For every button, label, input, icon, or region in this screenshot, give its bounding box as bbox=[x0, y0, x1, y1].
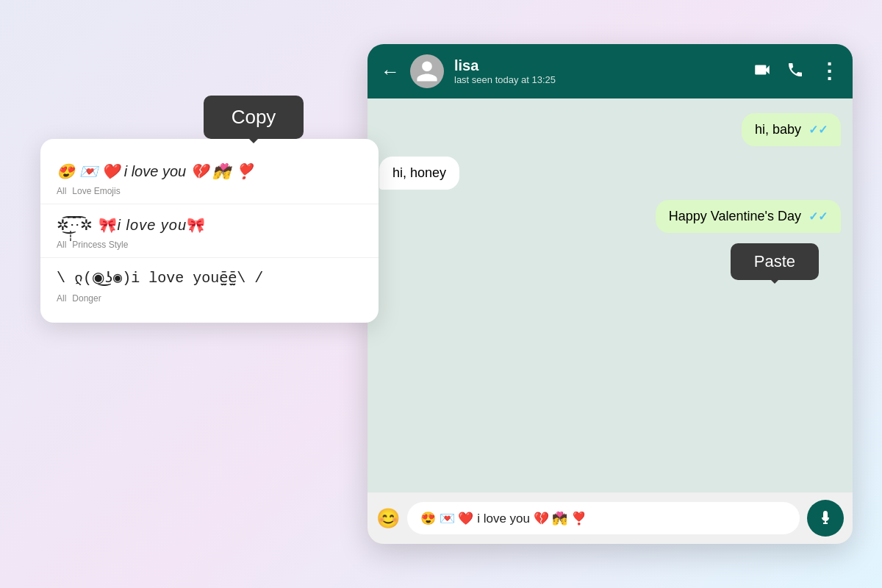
copy-item-text-love: 😍 💌 ❤️ i love you 💔 💏 ❣️ bbox=[57, 161, 362, 182]
phone-call-icon[interactable] bbox=[786, 61, 804, 82]
copy-item-tags-princess: All Princess Style bbox=[57, 240, 362, 250]
message-text-3: Happy Valentine's Day bbox=[669, 209, 801, 224]
wa-header: ← lisa last seen today at 13:25 bbox=[368, 44, 853, 98]
emoji-picker-button[interactable]: 😊 bbox=[376, 507, 400, 530]
paste-tooltip-wrap: Paste bbox=[731, 243, 819, 280]
more-options-icon[interactable]: ⋮ bbox=[819, 61, 839, 82]
wa-back-button[interactable]: ← bbox=[381, 62, 400, 81]
mic-button[interactable] bbox=[807, 500, 844, 537]
copy-card: 😍 💌 ❤️ i love you 💔 💏 ❣️ All Love Emojis… bbox=[40, 139, 379, 323]
tag-all-2: All bbox=[57, 240, 66, 250]
tick-3: ✓✓ bbox=[808, 209, 828, 223]
wa-contact-name: lisa bbox=[454, 57, 742, 74]
tick-1: ✓✓ bbox=[808, 123, 828, 137]
copy-item-love-emojis[interactable]: 😍 💌 ❤️ i love you 💔 💏 ❣️ All Love Emojis bbox=[40, 151, 379, 204]
avatar-icon bbox=[415, 59, 440, 84]
tag-name-1: Love Emojis bbox=[72, 186, 120, 196]
video-call-icon[interactable] bbox=[753, 60, 772, 82]
copy-item-princess[interactable]: ✲͜͡·̩̩̩͡·͡✲ 🎀i love you🎀 All Princess St… bbox=[40, 204, 379, 258]
tag-name-2: Princess Style bbox=[72, 240, 128, 250]
wa-input-bar: 😊 bbox=[368, 492, 853, 544]
copy-item-donger[interactable]: \ ლ(◉͜ʖ◉)i love youē̤̫ē̤̫\ / All Donger bbox=[40, 258, 379, 311]
mic-icon bbox=[817, 509, 834, 527]
message-input[interactable] bbox=[407, 502, 800, 534]
wa-contact-status: last seen today at 13:25 bbox=[454, 74, 742, 85]
wa-contact-info: lisa last seen today at 13:25 bbox=[454, 57, 742, 85]
copy-item-tags-donger: All Donger bbox=[57, 293, 362, 304]
message-valentines: Happy Valentine's Day ✓✓ bbox=[656, 200, 841, 233]
copy-tooltip[interactable]: Copy bbox=[204, 96, 304, 139]
wa-avatar bbox=[410, 54, 444, 88]
tag-name-3: Donger bbox=[72, 293, 101, 304]
paste-tooltip[interactable]: Paste bbox=[731, 243, 819, 280]
message-text-2: hi, honey bbox=[392, 165, 446, 180]
message-hi-baby: hi, baby ✓✓ bbox=[742, 113, 841, 146]
whatsapp-panel: ← lisa last seen today at 13:25 bbox=[368, 44, 853, 544]
tag-all-3: All bbox=[57, 293, 66, 304]
tag-all-1: All bbox=[57, 186, 66, 196]
copy-item-tags-love: All Love Emojis bbox=[57, 186, 362, 196]
wa-chat-area: hi, baby ✓✓ hi, honey Happy Valentine's … bbox=[368, 98, 853, 492]
copy-item-text-princess: ✲͜͡·̩̩̩͡·͡✲ 🎀i love you🎀 bbox=[57, 215, 362, 235]
message-hi-honey: hi, honey bbox=[379, 157, 459, 190]
copy-panel: Copy 😍 💌 ❤️ i love you 💔 💏 ❣️ All Love E… bbox=[40, 96, 379, 323]
copy-item-text-donger: \ ლ(◉͜ʖ◉)i love youē̤̫ē̤̫\ / bbox=[57, 268, 362, 289]
wa-header-icons: ⋮ bbox=[753, 60, 839, 82]
message-text-1: hi, baby bbox=[755, 122, 801, 137]
